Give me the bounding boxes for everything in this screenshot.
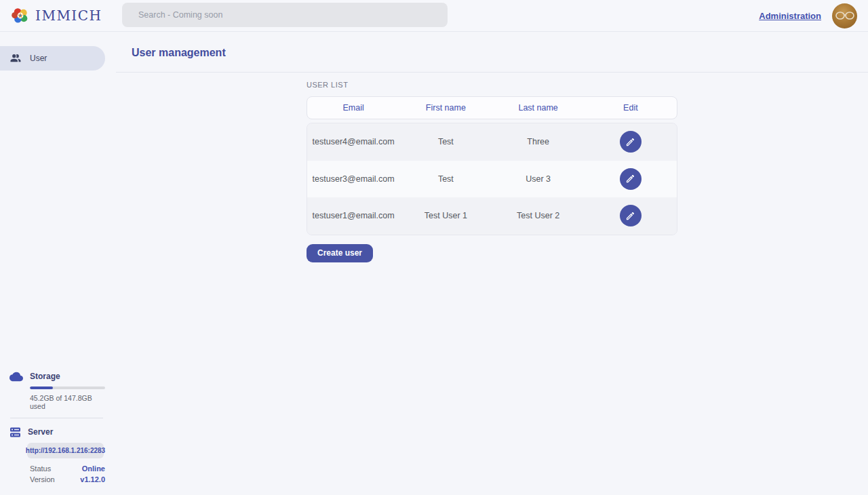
cell-edit [585, 205, 677, 226]
topbar-right: Administration [759, 3, 857, 28]
storage-progress-bar [30, 387, 105, 389]
server-section-header: Server [0, 426, 105, 438]
edit-user-button[interactable] [620, 131, 642, 153]
status-label: Status [30, 464, 51, 473]
server-url-chip: http://192.168.1.216:2283 [27, 443, 104, 458]
version-label: Version [30, 475, 55, 483]
main-content: User management USER LIST EmailFirst nam… [116, 32, 868, 495]
sidebar: User Storage 45.2GB of 147.8GB used [0, 32, 116, 495]
user-avatar[interactable] [832, 3, 857, 28]
top-bar: IMMICH Administration [0, 0, 868, 32]
storage-usage-text: 45.2GB of 147.8GB used [30, 394, 105, 410]
column-header: Edit [585, 103, 677, 113]
administration-link[interactable]: Administration [759, 11, 821, 21]
user-list-panel: USER LIST EmailFirst nameLast nameEdit t… [307, 73, 677, 262]
server-status-row: Status Online [30, 463, 105, 474]
table-rows: testuser4@email.comTestThreetestuser3@em… [307, 123, 677, 235]
sidebar-item-user[interactable]: User [0, 46, 105, 71]
section-label: USER LIST [307, 81, 677, 89]
users-icon [9, 52, 22, 64]
cell-email: testuser3@email.com [307, 174, 399, 184]
page-title: User management [116, 32, 868, 72]
storage-title: Storage [30, 372, 60, 381]
table-header-row: EmailFirst nameLast nameEdit [307, 96, 677, 119]
logo-text: IMMICH [35, 7, 102, 24]
table-row: testuser3@email.comTestUser 3 [307, 161, 677, 198]
search-input[interactable] [122, 3, 448, 27]
server-url: http://192.168.1.216:2283 [26, 447, 105, 454]
cloud-icon [9, 372, 23, 382]
pencil-icon [625, 137, 635, 147]
sidebar-item-label: User [30, 54, 47, 63]
server-version-row: Version v1.12.0 [30, 474, 105, 485]
immich-logo[interactable]: IMMICH [11, 6, 102, 25]
column-header: Email [307, 103, 399, 113]
pencil-icon [625, 174, 635, 184]
search-bar [122, 3, 448, 27]
cell-email: testuser4@email.com [307, 137, 399, 146]
cell-edit [585, 131, 677, 153]
cell-last-name: Three [492, 137, 585, 146]
server-icon [9, 427, 21, 438]
table-row: testuser4@email.comTestThree [307, 123, 677, 161]
storage-progress-fill [30, 387, 53, 389]
edit-user-button[interactable] [620, 168, 642, 190]
status-value: Online [82, 464, 105, 473]
column-header: First name [399, 103, 492, 113]
immich-flower-icon [11, 6, 30, 25]
cell-last-name: User 3 [492, 174, 585, 184]
cell-first-name: Test [399, 174, 492, 184]
table-row: testuser1@email.comTest User 1Test User … [307, 197, 677, 235]
cell-email: testuser1@email.com [307, 211, 399, 220]
cell-last-name: Test User 2 [492, 211, 585, 220]
sidebar-bottom: Storage 45.2GB of 147.8GB used [0, 370, 105, 485]
column-header: Last name [492, 103, 585, 113]
cell-first-name: Test User 1 [399, 211, 492, 220]
pencil-icon [625, 211, 635, 221]
version-value: v1.12.0 [80, 475, 105, 483]
cell-first-name: Test [399, 137, 492, 146]
sidebar-divider [10, 418, 103, 418]
cell-edit [585, 168, 677, 190]
storage-section-header: Storage [0, 370, 105, 382]
edit-user-button[interactable] [620, 205, 642, 226]
create-user-button[interactable]: Create user [307, 244, 373, 262]
server-title: Server [28, 427, 53, 437]
